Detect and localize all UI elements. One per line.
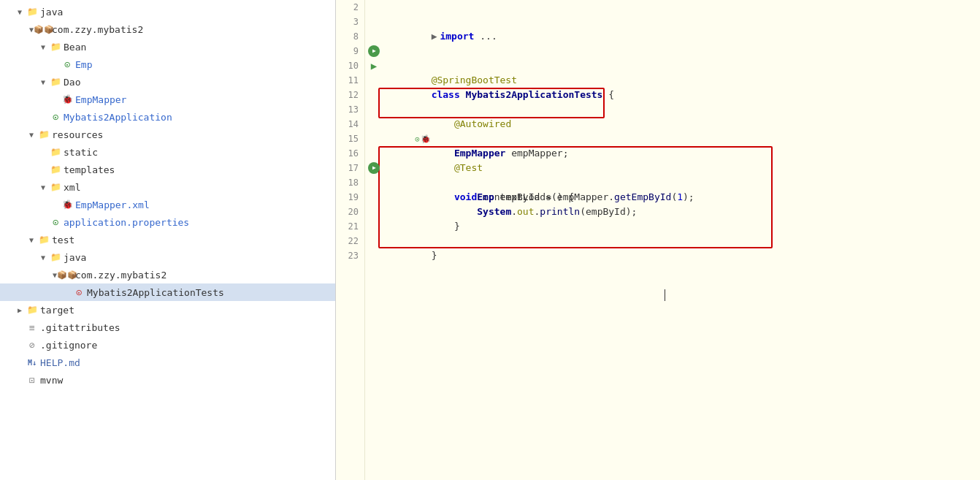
run-icon-10[interactable]: ▶ bbox=[368, 60, 380, 72]
arrow-icon bbox=[26, 235, 37, 245]
sidebar-item-xml[interactable]: 📁 xml bbox=[0, 178, 335, 196]
code-line-3: ▶import ... bbox=[386, 15, 980, 29]
sidebar-item-appprops[interactable]: ⊙ application.properties bbox=[0, 213, 335, 231]
sidebar-item-emp[interactable]: ⊙ Emp bbox=[0, 56, 335, 73]
sidebar-item-com-zzy-mybatis2[interactable]: 📦 com.zzy.mybatis2 bbox=[0, 20, 335, 38]
code-line-2 bbox=[386, 0, 980, 15]
sidebar-item-resources[interactable]: 📁 resources bbox=[0, 126, 335, 143]
sidebar-item-target[interactable]: 📁 target bbox=[0, 301, 335, 319]
folder-icon: 📁 bbox=[26, 304, 38, 316]
code-line-14: ⊙🐞 EmpMapper empMapper; bbox=[386, 117, 980, 132]
sidebar-item-java-test[interactable]: 📁 java bbox=[0, 248, 335, 266]
sidebar-item-dao[interactable]: 📁 Dao bbox=[0, 73, 335, 91]
app-icon: ⊙ bbox=[50, 111, 61, 123]
code-line-16: @Test bbox=[386, 146, 980, 161]
sidebar-item-label: EmpMapper.xml bbox=[75, 199, 150, 210]
code-line-15 bbox=[386, 132, 980, 146]
code-line-21 bbox=[386, 219, 980, 234]
package-icon: 📦 bbox=[61, 269, 73, 281]
arrow-icon bbox=[38, 182, 48, 192]
sidebar-item-mybatis2app[interactable]: ⊙ Mybatis2Application bbox=[0, 108, 335, 126]
sidebar-item-templates[interactable]: 📁 templates bbox=[0, 161, 335, 178]
sidebar-item-label: resources bbox=[52, 129, 103, 140]
markdown-icon: M↓ bbox=[26, 357, 38, 368]
gitattr-icon: ≡ bbox=[26, 321, 38, 333]
sidebar-item-label: com.zzy.mybatis2 bbox=[75, 270, 166, 281]
sidebar-item-label: Emp bbox=[75, 59, 92, 70]
arrow-icon bbox=[26, 129, 37, 140]
code-line-12 bbox=[386, 88, 980, 102]
sidebar-item-com-zzy-mybatis2-test[interactable]: 📦 com.zzy.mybatis2 bbox=[0, 266, 335, 283]
sidebar-item-label: xml bbox=[64, 182, 80, 193]
sidebar-item-empmapper-xml[interactable]: 🐞 EmpMapper.xml bbox=[0, 196, 335, 213]
code-area[interactable]: ▶import ... ▶ @SpringBootTest ▶ class My… bbox=[365, 0, 980, 480]
run-icon-9[interactable]: ▶ bbox=[368, 45, 380, 57]
sidebar-item-label: application.properties bbox=[64, 217, 189, 228]
line-numbers: 2 3 8 9 10 11 12 13 14 15 16 17 18 19 20… bbox=[336, 0, 365, 480]
code-editor: 2 3 8 9 10 11 12 13 14 15 16 17 18 19 20… bbox=[336, 0, 980, 480]
sidebar-item-label: templates bbox=[64, 164, 115, 175]
sidebar-item-helpmd[interactable]: M↓ HELP.md bbox=[0, 354, 335, 371]
code-line-11 bbox=[386, 73, 980, 88]
sidebar-item-label: java bbox=[64, 252, 86, 263]
sidebar-item-mybatis2apptests[interactable]: ⊙ Mybatis2ApplicationTests bbox=[0, 283, 335, 301]
folder-icon: 📁 bbox=[38, 234, 50, 245]
sidebar-item-label: target bbox=[40, 305, 74, 316]
code-line-8 bbox=[386, 29, 980, 44]
sidebar-item-label: test bbox=[52, 235, 74, 245]
sidebar-item-java[interactable]: 📁 java bbox=[0, 3, 335, 20]
code-line-9: ▶ @SpringBootTest bbox=[386, 44, 980, 58]
class-icon: ⊙ bbox=[61, 58, 73, 70]
sidebar-item-static[interactable]: 📁 static bbox=[0, 143, 335, 161]
sidebar-item-label: Mybatis2ApplicationTests bbox=[87, 287, 224, 298]
code-line-17: ▶ void contextLoads() { bbox=[386, 161, 980, 175]
code-line-18: Emp empById = empMapper.getEmpById(1); bbox=[386, 175, 980, 190]
sidebar-item-label: Mybatis2Application bbox=[64, 112, 172, 123]
folder-icon: 📁 bbox=[50, 41, 61, 53]
folder-icon: 📁 bbox=[50, 251, 61, 263]
arrow-icon bbox=[15, 7, 25, 17]
run-icon-17[interactable]: ▶ bbox=[368, 162, 380, 174]
sidebar-item-label: .gitattributes bbox=[40, 322, 120, 333]
file-tree: 📁 java 📦 com.zzy.mybatis2 📁 Bean ⊙ Emp 📁… bbox=[0, 0, 336, 480]
sidebar-item-empmapper[interactable]: 🐞 EmpMapper bbox=[0, 91, 335, 108]
code-line-19: System.out.println(empById); bbox=[386, 190, 980, 205]
folder-icon: 📁 bbox=[50, 181, 61, 193]
sidebar-item-mvnw[interactable]: ⊡ mvnw bbox=[0, 371, 335, 389]
folder-icon: 📁 bbox=[38, 129, 50, 140]
package-icon: 📦 bbox=[38, 23, 50, 35]
arrow-icon bbox=[38, 77, 48, 87]
props-icon: ⊙ bbox=[50, 216, 61, 228]
test-icon: ⊙ bbox=[73, 286, 85, 298]
arrow-icon bbox=[38, 42, 48, 52]
arrow-icon bbox=[38, 252, 48, 262]
folder-icon: 📁 bbox=[26, 6, 38, 18]
code-line-23 bbox=[386, 248, 980, 263]
sidebar-item-label: mvnw bbox=[40, 375, 63, 386]
mapper-icon: 🐞 bbox=[61, 94, 73, 105]
sidebar-item-gitattributes[interactable]: ≡ .gitattributes bbox=[0, 319, 335, 336]
sidebar-item-gitignore[interactable]: ⊘ .gitignore bbox=[0, 336, 335, 354]
sidebar-item-label: .gitignore bbox=[40, 340, 97, 351]
folder-icon: 📁 bbox=[50, 146, 61, 158]
code-line-22: } bbox=[386, 234, 980, 248]
code-line-10: ▶ class Mybatis2ApplicationTests { bbox=[386, 58, 980, 73]
sidebar-item-bean[interactable]: 📁 Bean bbox=[0, 38, 335, 56]
code-line-13: @Autowired bbox=[386, 102, 980, 117]
sidebar-item-label: EmpMapper bbox=[75, 94, 126, 105]
arrow-icon bbox=[15, 305, 25, 315]
folder-icon: 📁 bbox=[50, 76, 61, 88]
code-line-20: } bbox=[386, 205, 980, 219]
folder-icon: 📁 bbox=[50, 164, 61, 175]
mvnw-icon: ⊡ bbox=[26, 374, 38, 386]
sidebar-item-label: HELP.md bbox=[40, 357, 80, 368]
sidebar-item-label: Dao bbox=[64, 77, 80, 88]
sidebar-item-label: Bean bbox=[64, 42, 86, 53]
sidebar-item-label: com.zzy.mybatis2 bbox=[52, 24, 143, 35]
sidebar-item-test[interactable]: 📁 test bbox=[0, 231, 335, 248]
sidebar-item-label: java bbox=[40, 7, 63, 18]
xml-icon: 🐞 bbox=[61, 199, 73, 210]
sidebar-item-label: static bbox=[64, 147, 98, 158]
gitignore-icon: ⊘ bbox=[26, 339, 38, 351]
cursor bbox=[665, 289, 665, 301]
